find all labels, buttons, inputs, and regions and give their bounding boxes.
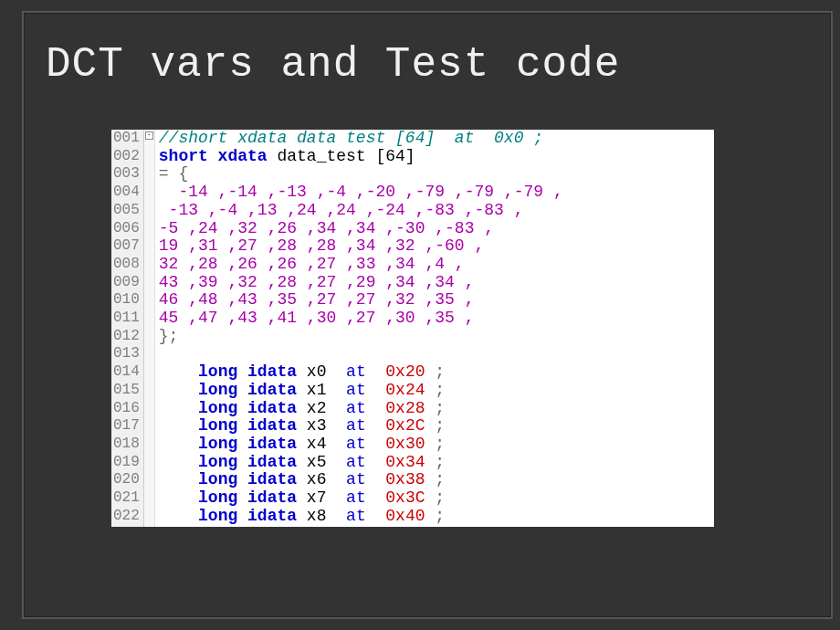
line-number: 020	[113, 471, 142, 489]
code-line: = {	[159, 165, 563, 184]
line-number: 003	[113, 165, 142, 184]
code-line: long idata x7 at 0x3C ;	[159, 489, 563, 508]
code-line: long idata x5 at 0x34 ;	[159, 454, 563, 472]
line-number: 016	[113, 400, 142, 418]
code-line: };	[159, 328, 563, 346]
line-number: 014	[113, 363, 142, 382]
code-line: short xdata data_test [64]	[159, 148, 563, 166]
line-number: 022	[113, 508, 142, 526]
line-number: 005	[113, 202, 142, 220]
code-line: long idata x3 at 0x2C ;	[159, 417, 563, 436]
code-line: long idata x6 at 0x38 ;	[159, 471, 563, 489]
line-number: 002	[113, 148, 142, 166]
line-number: 007	[113, 237, 142, 256]
fold-minus-icon[interactable]: -	[145, 131, 153, 140]
code-line: 46 ,48 ,43 ,35 ,27 ,27 ,32 ,35 ,	[159, 291, 563, 310]
line-number: 004	[113, 184, 142, 202]
slide-title: DCT vars and Test code	[46, 41, 620, 89]
line-number: 008	[113, 256, 142, 274]
code-line: long idata x1 at 0x24 ;	[159, 382, 563, 400]
code-line: -13 ,-4 ,13 ,24 ,24 ,-24 ,-83 ,-83 ,	[159, 202, 563, 220]
line-number: 017	[113, 417, 142, 436]
line-number: 013	[113, 345, 142, 363]
fold-gutter: -	[144, 130, 155, 527]
code-editor: 0010020030040050060070080090100110120130…	[111, 130, 714, 527]
code-line: 19 ,31 ,27 ,28 ,28 ,34 ,32 ,-60 ,	[159, 237, 563, 256]
line-number: 011	[113, 310, 142, 328]
code-line: long idata x8 at 0x40 ;	[159, 508, 563, 526]
code-line: 45 ,47 ,43 ,41 ,30 ,27 ,30 ,35 ,	[159, 310, 563, 328]
line-number: 012	[113, 328, 142, 346]
code-line: 43 ,39 ,32 ,28 ,27 ,29 ,34 ,34 ,	[159, 274, 563, 292]
line-number: 009	[113, 274, 142, 292]
code-line: -5 ,24 ,32 ,26 ,34 ,34 ,-30 ,-83 ,	[159, 220, 563, 238]
code-line: //short xdata data test [64] at 0x0 ;	[159, 130, 563, 148]
line-number: 019	[113, 454, 142, 472]
line-number: 018	[113, 436, 142, 454]
code-line: -14 ,-14 ,-13 ,-4 ,-20 ,-79 ,-79 ,-79 ,	[159, 184, 563, 202]
code-line: 32 ,28 ,26 ,26 ,27 ,33 ,34 ,4 ,	[159, 256, 563, 274]
line-number: 021	[113, 489, 142, 508]
line-number: 010	[113, 291, 142, 310]
line-number: 006	[113, 220, 142, 238]
code-content: //short xdata data test [64] at 0x0 ;sho…	[155, 130, 563, 527]
line-number-gutter: 0010020030040050060070080090100110120130…	[111, 130, 144, 527]
code-line	[159, 345, 563, 363]
code-line: long idata x2 at 0x28 ;	[159, 400, 563, 418]
code-line: long idata x0 at 0x20 ;	[159, 363, 563, 382]
code-line: long idata x4 at 0x30 ;	[159, 436, 563, 454]
line-number: 015	[113, 382, 142, 400]
line-number: 001	[113, 130, 142, 148]
